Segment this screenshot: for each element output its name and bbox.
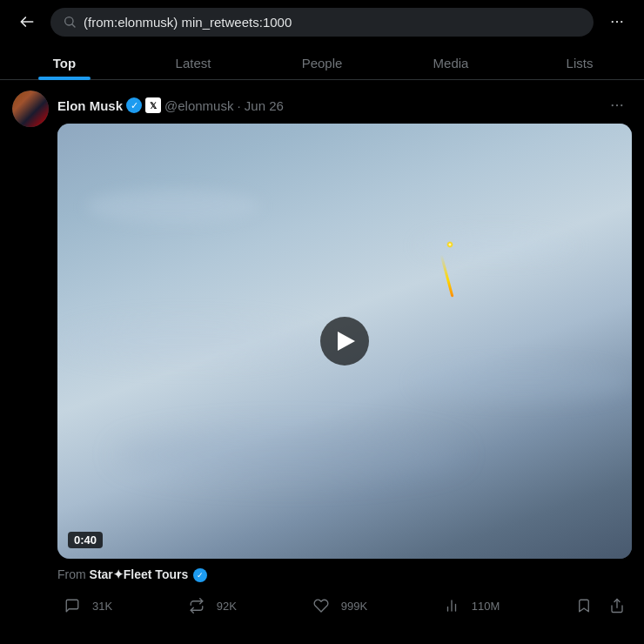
svg-point-1 [612, 21, 614, 23]
svg-point-5 [616, 104, 618, 106]
tweet-actions: 31K 92K 9 [57, 591, 632, 621]
more-button[interactable] [602, 7, 632, 37]
avatar[interactable] [12, 91, 49, 127]
like-action[interactable]: 999K [306, 591, 367, 621]
comment-icon-btn[interactable] [57, 591, 87, 621]
views-action[interactable]: 110M [437, 591, 500, 621]
retweet-count: 92K [217, 600, 237, 613]
tabs-bar: Top Latest People Media Lists [0, 44, 644, 80]
retweet-icon-btn[interactable] [182, 591, 211, 621]
search-bar[interactable]: (from:elonmusk) min_retweets:1000 [50, 8, 594, 37]
tweet-body: Elon Musk ✓ 𝕏 @elonmusk · Jun 26 [57, 91, 632, 621]
x-premium-badge: 𝕏 [145, 97, 161, 113]
svg-point-3 [621, 21, 622, 23]
tab-top[interactable]: Top [0, 44, 129, 79]
video-container[interactable]: 0:40 [57, 124, 632, 559]
attribution-name[interactable]: Star✦Fleet Tours [90, 567, 189, 581]
tab-lists[interactable]: Lists [515, 44, 644, 79]
share-button[interactable] [602, 591, 632, 621]
comment-action[interactable]: 31K [57, 591, 112, 621]
video-duration: 0:40 [68, 532, 103, 548]
svg-point-2 [616, 21, 618, 23]
tweet-header: Elon Musk ✓ 𝕏 @elonmusk · Jun 26 [57, 91, 632, 120]
tweet-user-info: Elon Musk ✓ 𝕏 @elonmusk · Jun 26 [57, 97, 284, 113]
right-actions [569, 591, 632, 621]
back-button[interactable] [12, 7, 42, 37]
svg-point-4 [612, 104, 614, 106]
header: (from:elonmusk) min_retweets:1000 [0, 0, 644, 44]
retweet-action[interactable]: 92K [182, 591, 237, 621]
bookmark-button[interactable] [569, 591, 599, 621]
like-count: 999K [341, 600, 367, 613]
views-icon-btn[interactable] [437, 591, 466, 621]
tab-latest[interactable]: Latest [129, 44, 258, 79]
search-icon [63, 15, 77, 29]
tweet-handle: @elonmusk [164, 98, 233, 113]
comment-count: 31K [92, 600, 112, 613]
play-icon [338, 332, 355, 351]
views-count: 110M [472, 600, 500, 613]
attribution: From Star✦Fleet Tours ✓ [57, 567, 632, 582]
attribution-verified: ✓ [193, 568, 207, 582]
tweet-username[interactable]: Elon Musk [57, 98, 123, 113]
more-icon [609, 14, 625, 30]
tweet: Elon Musk ✓ 𝕏 @elonmusk · Jun 26 [0, 80, 644, 631]
like-icon-btn[interactable] [306, 591, 336, 621]
verified-badge: ✓ [126, 97, 142, 113]
svg-point-6 [621, 104, 622, 106]
play-button[interactable] [320, 317, 369, 366]
search-query: (from:elonmusk) min_retweets:1000 [84, 15, 292, 30]
tab-media[interactable]: Media [386, 44, 515, 79]
tab-people[interactable]: People [258, 44, 386, 79]
tweet-more-button[interactable] [602, 91, 632, 120]
tweet-date: · Jun 26 [237, 98, 283, 113]
